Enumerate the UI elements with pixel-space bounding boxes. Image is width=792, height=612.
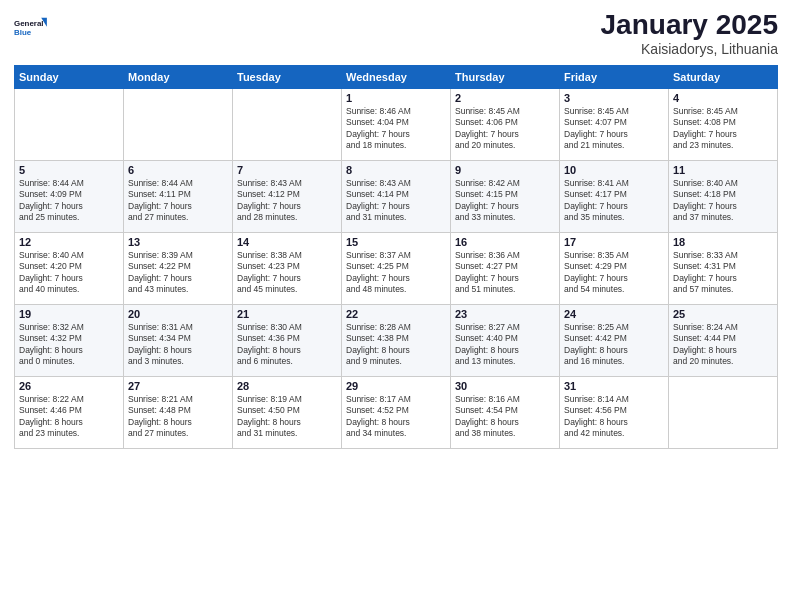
day-cell: 4Sunrise: 8:45 AM Sunset: 4:08 PM Daylig… bbox=[669, 88, 778, 160]
day-info: Sunrise: 8:42 AM Sunset: 4:15 PM Dayligh… bbox=[455, 178, 555, 224]
day-cell: 11Sunrise: 8:40 AM Sunset: 4:18 PM Dayli… bbox=[669, 160, 778, 232]
day-cell bbox=[233, 88, 342, 160]
location: Kaisiadorys, Lithuania bbox=[601, 41, 778, 57]
day-number: 25 bbox=[673, 308, 773, 320]
calendar-header-row: SundayMondayTuesdayWednesdayThursdayFrid… bbox=[15, 65, 778, 88]
day-info: Sunrise: 8:45 AM Sunset: 4:08 PM Dayligh… bbox=[673, 106, 773, 152]
day-cell: 7Sunrise: 8:43 AM Sunset: 4:12 PM Daylig… bbox=[233, 160, 342, 232]
day-number: 3 bbox=[564, 92, 664, 104]
day-info: Sunrise: 8:43 AM Sunset: 4:12 PM Dayligh… bbox=[237, 178, 337, 224]
day-info: Sunrise: 8:17 AM Sunset: 4:52 PM Dayligh… bbox=[346, 394, 446, 440]
day-info: Sunrise: 8:40 AM Sunset: 4:20 PM Dayligh… bbox=[19, 250, 119, 296]
day-cell: 24Sunrise: 8:25 AM Sunset: 4:42 PM Dayli… bbox=[560, 304, 669, 376]
day-info: Sunrise: 8:35 AM Sunset: 4:29 PM Dayligh… bbox=[564, 250, 664, 296]
day-cell: 18Sunrise: 8:33 AM Sunset: 4:31 PM Dayli… bbox=[669, 232, 778, 304]
week-row-2: 5Sunrise: 8:44 AM Sunset: 4:09 PM Daylig… bbox=[15, 160, 778, 232]
column-header-saturday: Saturday bbox=[669, 65, 778, 88]
day-info: Sunrise: 8:37 AM Sunset: 4:25 PM Dayligh… bbox=[346, 250, 446, 296]
day-cell: 15Sunrise: 8:37 AM Sunset: 4:25 PM Dayli… bbox=[342, 232, 451, 304]
column-header-wednesday: Wednesday bbox=[342, 65, 451, 88]
day-number: 6 bbox=[128, 164, 228, 176]
day-info: Sunrise: 8:24 AM Sunset: 4:44 PM Dayligh… bbox=[673, 322, 773, 368]
day-cell: 2Sunrise: 8:45 AM Sunset: 4:06 PM Daylig… bbox=[451, 88, 560, 160]
day-info: Sunrise: 8:30 AM Sunset: 4:36 PM Dayligh… bbox=[237, 322, 337, 368]
day-number: 5 bbox=[19, 164, 119, 176]
day-number: 29 bbox=[346, 380, 446, 392]
day-number: 21 bbox=[237, 308, 337, 320]
day-number: 2 bbox=[455, 92, 555, 104]
day-cell: 17Sunrise: 8:35 AM Sunset: 4:29 PM Dayli… bbox=[560, 232, 669, 304]
day-number: 12 bbox=[19, 236, 119, 248]
day-cell: 5Sunrise: 8:44 AM Sunset: 4:09 PM Daylig… bbox=[15, 160, 124, 232]
day-number: 17 bbox=[564, 236, 664, 248]
day-cell: 30Sunrise: 8:16 AM Sunset: 4:54 PM Dayli… bbox=[451, 376, 560, 448]
day-cell: 16Sunrise: 8:36 AM Sunset: 4:27 PM Dayli… bbox=[451, 232, 560, 304]
day-cell: 23Sunrise: 8:27 AM Sunset: 4:40 PM Dayli… bbox=[451, 304, 560, 376]
logo: General Blue bbox=[14, 10, 48, 46]
page: General Blue January 2025 Kaisiadorys, L… bbox=[0, 0, 792, 612]
day-cell: 29Sunrise: 8:17 AM Sunset: 4:52 PM Dayli… bbox=[342, 376, 451, 448]
day-info: Sunrise: 8:38 AM Sunset: 4:23 PM Dayligh… bbox=[237, 250, 337, 296]
day-cell: 22Sunrise: 8:28 AM Sunset: 4:38 PM Dayli… bbox=[342, 304, 451, 376]
column-header-sunday: Sunday bbox=[15, 65, 124, 88]
day-info: Sunrise: 8:21 AM Sunset: 4:48 PM Dayligh… bbox=[128, 394, 228, 440]
day-number: 23 bbox=[455, 308, 555, 320]
day-number: 28 bbox=[237, 380, 337, 392]
day-info: Sunrise: 8:39 AM Sunset: 4:22 PM Dayligh… bbox=[128, 250, 228, 296]
day-info: Sunrise: 8:46 AM Sunset: 4:04 PM Dayligh… bbox=[346, 106, 446, 152]
day-cell: 9Sunrise: 8:42 AM Sunset: 4:15 PM Daylig… bbox=[451, 160, 560, 232]
logo-svg: General Blue bbox=[14, 10, 48, 46]
day-number: 8 bbox=[346, 164, 446, 176]
day-number: 14 bbox=[237, 236, 337, 248]
column-header-friday: Friday bbox=[560, 65, 669, 88]
week-row-3: 12Sunrise: 8:40 AM Sunset: 4:20 PM Dayli… bbox=[15, 232, 778, 304]
day-number: 10 bbox=[564, 164, 664, 176]
day-info: Sunrise: 8:40 AM Sunset: 4:18 PM Dayligh… bbox=[673, 178, 773, 224]
column-header-monday: Monday bbox=[124, 65, 233, 88]
day-number: 16 bbox=[455, 236, 555, 248]
calendar: SundayMondayTuesdayWednesdayThursdayFrid… bbox=[14, 65, 778, 449]
day-info: Sunrise: 8:41 AM Sunset: 4:17 PM Dayligh… bbox=[564, 178, 664, 224]
day-cell: 6Sunrise: 8:44 AM Sunset: 4:11 PM Daylig… bbox=[124, 160, 233, 232]
day-info: Sunrise: 8:27 AM Sunset: 4:40 PM Dayligh… bbox=[455, 322, 555, 368]
day-number: 31 bbox=[564, 380, 664, 392]
day-cell: 12Sunrise: 8:40 AM Sunset: 4:20 PM Dayli… bbox=[15, 232, 124, 304]
day-cell: 13Sunrise: 8:39 AM Sunset: 4:22 PM Dayli… bbox=[124, 232, 233, 304]
day-number: 22 bbox=[346, 308, 446, 320]
day-info: Sunrise: 8:36 AM Sunset: 4:27 PM Dayligh… bbox=[455, 250, 555, 296]
day-number: 7 bbox=[237, 164, 337, 176]
day-cell: 25Sunrise: 8:24 AM Sunset: 4:44 PM Dayli… bbox=[669, 304, 778, 376]
day-number: 15 bbox=[346, 236, 446, 248]
day-number: 9 bbox=[455, 164, 555, 176]
day-number: 20 bbox=[128, 308, 228, 320]
day-info: Sunrise: 8:45 AM Sunset: 4:06 PM Dayligh… bbox=[455, 106, 555, 152]
day-cell bbox=[124, 88, 233, 160]
day-info: Sunrise: 8:32 AM Sunset: 4:32 PM Dayligh… bbox=[19, 322, 119, 368]
day-cell: 21Sunrise: 8:30 AM Sunset: 4:36 PM Dayli… bbox=[233, 304, 342, 376]
svg-text:Blue: Blue bbox=[14, 28, 32, 37]
day-number: 13 bbox=[128, 236, 228, 248]
day-number: 24 bbox=[564, 308, 664, 320]
month-title: January 2025 bbox=[601, 10, 778, 41]
day-info: Sunrise: 8:33 AM Sunset: 4:31 PM Dayligh… bbox=[673, 250, 773, 296]
day-cell: 19Sunrise: 8:32 AM Sunset: 4:32 PM Dayli… bbox=[15, 304, 124, 376]
day-info: Sunrise: 8:14 AM Sunset: 4:56 PM Dayligh… bbox=[564, 394, 664, 440]
day-cell: 20Sunrise: 8:31 AM Sunset: 4:34 PM Dayli… bbox=[124, 304, 233, 376]
week-row-1: 1Sunrise: 8:46 AM Sunset: 4:04 PM Daylig… bbox=[15, 88, 778, 160]
day-number: 4 bbox=[673, 92, 773, 104]
day-info: Sunrise: 8:45 AM Sunset: 4:07 PM Dayligh… bbox=[564, 106, 664, 152]
day-number: 26 bbox=[19, 380, 119, 392]
title-area: January 2025 Kaisiadorys, Lithuania bbox=[601, 10, 778, 57]
day-cell bbox=[669, 376, 778, 448]
day-info: Sunrise: 8:19 AM Sunset: 4:50 PM Dayligh… bbox=[237, 394, 337, 440]
day-cell: 31Sunrise: 8:14 AM Sunset: 4:56 PM Dayli… bbox=[560, 376, 669, 448]
day-number: 19 bbox=[19, 308, 119, 320]
week-row-5: 26Sunrise: 8:22 AM Sunset: 4:46 PM Dayli… bbox=[15, 376, 778, 448]
day-info: Sunrise: 8:44 AM Sunset: 4:09 PM Dayligh… bbox=[19, 178, 119, 224]
day-info: Sunrise: 8:44 AM Sunset: 4:11 PM Dayligh… bbox=[128, 178, 228, 224]
day-cell: 14Sunrise: 8:38 AM Sunset: 4:23 PM Dayli… bbox=[233, 232, 342, 304]
day-number: 1 bbox=[346, 92, 446, 104]
column-header-thursday: Thursday bbox=[451, 65, 560, 88]
day-info: Sunrise: 8:25 AM Sunset: 4:42 PM Dayligh… bbox=[564, 322, 664, 368]
header: General Blue January 2025 Kaisiadorys, L… bbox=[14, 10, 778, 57]
